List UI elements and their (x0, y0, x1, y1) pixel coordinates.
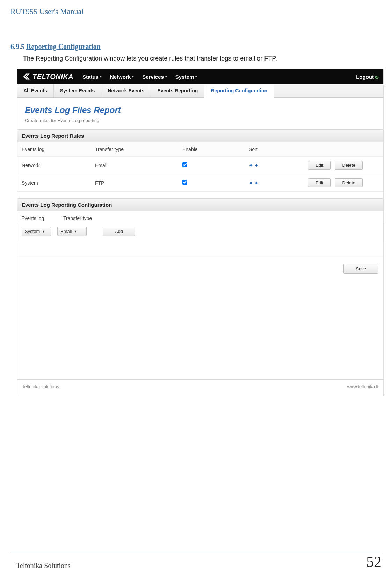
delete-button[interactable]: Delete (335, 161, 363, 170)
tabs: All Events System Events Network Events … (17, 84, 383, 98)
save-row: Save (17, 256, 383, 282)
sort-up-icon[interactable]: ◆ (249, 181, 253, 185)
edit-button[interactable]: Edit (308, 161, 331, 170)
section-intro: The Reporting Configuration window lets … (10, 52, 382, 69)
nav-system[interactable]: System▾ (175, 74, 197, 80)
topbar: TELTONIKA Status▾ Network▾ Services▾ Sys… (17, 69, 383, 84)
chevron-down-icon: ▾ (165, 75, 167, 78)
events-select-value: System (25, 229, 40, 234)
enable-checkbox[interactable] (182, 180, 187, 185)
rules-section-header: Events Log Report Rules (17, 129, 383, 142)
logout-link[interactable]: Logout ⎋ (356, 74, 378, 80)
nav-label: Network (110, 74, 131, 80)
brand-chevron-icon (22, 72, 30, 81)
page-number: 52 (366, 554, 382, 570)
config-labels: Events log Transfer type (17, 211, 383, 223)
brand-text: TELTONIKA (32, 73, 73, 81)
label-events: Events log (21, 215, 63, 221)
nav-label: System (175, 74, 194, 80)
col-header-events: Events log (22, 147, 95, 152)
doc-header: RUT955 User's Manual (10, 0, 382, 18)
logout-label: Logout (356, 74, 374, 80)
rules-header-row: Events log Transfer type Enable Sort (17, 142, 383, 157)
section-number: 6.9.5 (10, 43, 24, 50)
enable-checkbox[interactable] (182, 162, 187, 167)
screenshot: TELTONIKA Status▾ Network▾ Services▾ Sys… (17, 69, 384, 396)
sort-down-icon[interactable]: ◆ (254, 181, 259, 185)
brand-logo[interactable]: TELTONIKA (22, 72, 73, 81)
chevron-down-icon: ▼ (42, 230, 45, 233)
tab-reporting-configuration[interactable]: Reporting Configuration (204, 84, 274, 98)
col-header-enable: Enable (182, 147, 249, 152)
screenshot-footer: Teltonika solutions www.teltonika.lt (17, 379, 383, 393)
transfer-select-value: Email (60, 229, 72, 234)
cell-transfer: FTP (95, 180, 182, 186)
add-button[interactable]: Add (103, 227, 135, 236)
rules-table: Events log Transfer type Enable Sort Net… (17, 142, 383, 192)
page-subtitle: Create rules for Events Log reporting. (25, 118, 376, 123)
page-title: Events Log Files Report (25, 105, 376, 115)
transfer-select[interactable]: Email ▼ (57, 227, 87, 236)
nav-status[interactable]: Status▾ (82, 74, 102, 80)
cell-transfer: Email (95, 163, 182, 168)
cell-events: Network (22, 163, 95, 168)
exit-icon: ⎋ (375, 74, 378, 80)
table-row: System FTP ◆ ◆ Edit Delete (17, 174, 383, 192)
tab-network-events[interactable]: Network Events (101, 84, 151, 97)
tab-all-events[interactable]: All Events (17, 84, 54, 97)
sort-up-icon[interactable]: ◆ (249, 163, 253, 168)
col-header-sort: Sort (249, 147, 308, 152)
col-header-transfer: Transfer type (95, 147, 182, 152)
nav-label: Services (142, 74, 164, 80)
edit-button[interactable]: Edit (308, 178, 331, 187)
config-section-header: Events Log Reporting Configuration (17, 198, 383, 211)
chevron-down-icon: ▾ (100, 75, 102, 78)
label-transfer: Transfer type (63, 215, 112, 221)
tab-system-events[interactable]: System Events (54, 84, 102, 97)
events-select[interactable]: System ▼ (22, 227, 51, 236)
table-row: Network Email ◆ ◆ Edit Delete (17, 157, 383, 174)
section-heading: 6.9.5 Reporting Configuration (10, 18, 382, 52)
sort-down-icon[interactable]: ◆ (254, 163, 259, 168)
footer-right: www.teltonika.lt (347, 384, 378, 389)
chevron-down-icon: ▾ (195, 75, 197, 78)
config-row: System ▼ Email ▼ Add (17, 223, 383, 242)
section-title: Reporting Configuration (26, 43, 101, 50)
chevron-down-icon: ▼ (74, 230, 77, 233)
tab-events-reporting[interactable]: Events Reporting (151, 84, 204, 97)
cell-events: System (22, 180, 95, 186)
doc-footer-left: Teltonika Solutions (10, 562, 71, 570)
footer-left: Teltonika solutions (22, 384, 59, 389)
nav-services[interactable]: Services▾ (142, 74, 167, 80)
nav-network[interactable]: Network▾ (110, 74, 134, 80)
top-nav: Status▾ Network▾ Services▾ System▾ (82, 74, 356, 80)
chevron-down-icon: ▾ (132, 75, 134, 78)
save-button[interactable]: Save (343, 264, 378, 274)
content: Events Log Files Report Create rules for… (17, 98, 383, 396)
doc-footer: Teltonika Solutions 52 (10, 552, 382, 570)
delete-button[interactable]: Delete (335, 178, 363, 187)
nav-label: Status (82, 74, 99, 80)
